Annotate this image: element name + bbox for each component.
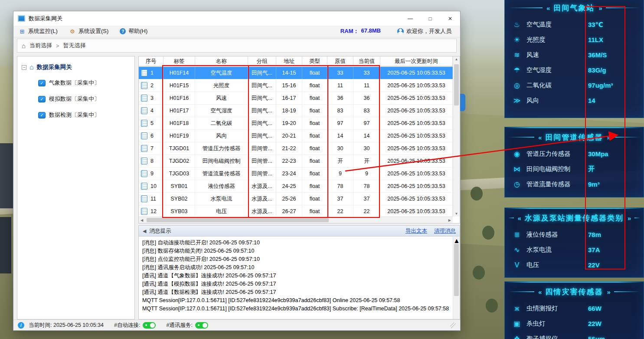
table-row[interactable]: 11 SYB02 水泵电流 水源及... 25-26 float 37 37 2… xyxy=(139,193,453,205)
cell-raw-value: 22 xyxy=(327,205,353,217)
sensor-label: 田间电磁阀控制 xyxy=(526,165,584,173)
cell-type: float xyxy=(302,117,327,129)
sensor-label: 风速 xyxy=(526,51,584,59)
spore-catcher-icon: ❖ xyxy=(512,335,522,339)
cell-group: 水源及... xyxy=(248,205,276,217)
maximize-button[interactable]: □ xyxy=(420,11,440,26)
cell-current-value: 11 xyxy=(353,79,380,92)
column-header[interactable]: 类型 xyxy=(302,56,327,66)
panel-header: « 四情灾害传感器 » xyxy=(505,284,644,299)
column-header[interactable]: 序号 xyxy=(139,56,163,66)
cell-index: 1 xyxy=(139,67,163,79)
background-tree xyxy=(473,266,485,280)
channel-check-icon: ✓ xyxy=(38,112,46,118)
scroll-down-icon[interactable]: ▼ xyxy=(453,212,460,216)
scroll-up-icon[interactable]: ▲ xyxy=(453,237,460,244)
cell-group: 田间气... xyxy=(248,79,276,92)
menu-item[interactable]: ⊞ 系统监控(L) xyxy=(19,27,58,35)
cell-index: 8 xyxy=(139,155,163,167)
breadcrumb-selection: 暂无选择 xyxy=(63,42,86,49)
menu-item-label: 系统监控(L) xyxy=(28,27,58,35)
cell-current-value: 22 xyxy=(353,205,380,217)
column-header[interactable]: 地址 xyxy=(276,56,302,66)
minimize-button[interactable]: — xyxy=(400,11,420,26)
cell-current-value: 30 xyxy=(353,142,380,155)
comm-service-toggle[interactable] xyxy=(195,322,208,329)
panel-title: 田间管道传感器 xyxy=(546,132,603,142)
home-icon[interactable]: ⌂ xyxy=(22,42,26,49)
cell-index: 11 xyxy=(139,193,163,205)
menu-right: RAM： 67.8MB 欢迎你，开发人员 xyxy=(340,27,455,35)
menu-item[interactable]: ? 帮助(H) xyxy=(120,27,147,35)
breadcrumb: ⌂ 当前选择 > 暂无选择 xyxy=(17,39,457,53)
auto-connect-toggle[interactable] xyxy=(143,322,156,329)
table-row[interactable]: 6 H01F19 风向 田间气... 20-21 float 14 14 202… xyxy=(139,130,453,142)
panel-title: 田间气象站 xyxy=(554,3,595,13)
table-row[interactable]: 9 TJGD03 管道流量传感器 田间管... 23-24 float 9 9 … xyxy=(139,168,453,180)
column-header[interactable]: 名称 xyxy=(195,56,248,66)
device-tree-panel: − ⌂ 数据采集网关 ✓ 气象数据〔采集中〕 ✓ 模拟数据〔采集中〕 ✓ 数据检… xyxy=(17,56,135,319)
table-row[interactable]: 3 H01F16 风速 田间气... 16-17 float 36 36 202… xyxy=(139,92,453,105)
column-header[interactable]: 原值 xyxy=(327,56,353,66)
sensor-label: 光照度 xyxy=(526,36,584,44)
column-header[interactable]: 最后一次更新时间 xyxy=(380,56,453,66)
column-header[interactable]: 标签 xyxy=(163,56,195,66)
cell-tag: SYB03 xyxy=(163,205,195,217)
table-row[interactable]: 5 H01F18 二氧化碳 田间气... 19-20 float 97 97 2… xyxy=(139,117,453,130)
table-row[interactable]: 2 H01F15 光照度 田间气... 15-16 float 11 11 20… xyxy=(139,79,453,92)
sensor-label: 二氧化碳 xyxy=(526,81,584,89)
menu-item[interactable]: ⚙ 系统设置(S) xyxy=(69,27,108,35)
message-panel-header: ◀ 消息提示 导出文本 清理消息 xyxy=(139,226,460,237)
cell-index: 12 xyxy=(139,205,163,217)
close-button[interactable]: ✕ xyxy=(440,11,460,26)
tree-item-channel[interactable]: ✓ 气象数据〔采集中〕 xyxy=(38,79,134,87)
sensor-label: 孢子捕捉仪 xyxy=(526,335,584,339)
table-row[interactable]: 8 TJGD02 田间电磁阀控制 田间管... 22-23 float 开 开 … xyxy=(139,155,453,168)
sensor-value: 37A xyxy=(588,246,637,253)
table-row[interactable]: 10 SYB01 液位传感器 水源及... 24-25 float 78 78 … xyxy=(139,180,453,193)
message-scrollbar[interactable]: ▲ ▼ xyxy=(453,237,460,319)
table-row[interactable]: 4 H01F17 空气湿度 田间气... 18-19 float 83 83 2… xyxy=(139,105,453,117)
point-icon xyxy=(141,145,147,152)
insect-killer-lamp-icon: ▣ xyxy=(512,319,522,328)
scroll-left-icon[interactable]: ◀ xyxy=(141,218,143,222)
resize-grip[interactable] xyxy=(450,323,456,328)
cell-address: 26-27 xyxy=(276,205,302,217)
help-icon: ? xyxy=(120,28,126,34)
export-text-link[interactable]: 导出文本 xyxy=(405,227,427,235)
sensor-value: 30Mpa xyxy=(588,150,637,158)
cell-tag: SYB02 xyxy=(163,193,195,205)
column-header[interactable]: 分组 xyxy=(248,56,276,66)
sensor-row: ◎ 二氧化碳 97ug/m³ xyxy=(505,78,644,93)
tree-item-channel[interactable]: ✓ 模拟数据〔采集中〕 xyxy=(38,95,134,103)
clear-messages-link[interactable]: 清理消息 xyxy=(434,227,456,235)
scrollbar-thumb[interactable] xyxy=(454,244,459,296)
cell-update-time: 2025-06-25 10:05:33.53 xyxy=(380,205,453,217)
table-horizontal-scrollbar[interactable]: ◀ ▶ xyxy=(139,217,453,223)
message-log[interactable]: [消息] 自动连接功能已开启! 2025-06-25 09:57:10[消息] … xyxy=(139,237,453,319)
collapsed-panel-tab[interactable] xyxy=(460,94,465,111)
cell-tag: H01F19 xyxy=(163,130,195,142)
table-vertical-scrollbar[interactable]: ▲ ▼ xyxy=(453,56,460,217)
scrollbar-thumb[interactable] xyxy=(454,64,459,105)
column-header[interactable]: 当前值 xyxy=(353,56,380,66)
table-row[interactable]: 7 TJGD01 管道压力传感器 田间管... 21-22 float 30 3… xyxy=(139,142,453,155)
scroll-right-icon[interactable]: ▶ xyxy=(448,218,451,222)
table-row[interactable]: 12 SYB03 电压 水源及... 26-27 float 22 22 202… xyxy=(139,205,453,217)
cell-name: 电压 xyxy=(195,205,248,217)
speaker-icon: ◀ xyxy=(143,228,146,234)
titlebar[interactable]: 数据采集网关 — □ ✕ xyxy=(13,11,460,26)
cell-current-value: 14 xyxy=(353,130,380,142)
weather-station-panel: « 田间气象站 » ♨ 空气温度 33℃ ☀ 光照度 11LX ≋ 风速 36M… xyxy=(504,0,644,118)
sensor-value: 11LX xyxy=(588,36,637,43)
sensor-row: V 电压 22V xyxy=(505,257,644,273)
panel-header: « 田间管道传感器 » xyxy=(505,130,644,145)
table-row[interactable]: 1 H01F14 空气温度 田间气... 14-15 float 33 33 2… xyxy=(139,67,453,79)
tree-root-node[interactable]: − ⌂ 数据采集网关 xyxy=(17,61,134,74)
scroll-up-icon[interactable]: ▲ xyxy=(453,57,460,61)
ram-value: 67.8MB xyxy=(361,27,381,35)
collapse-icon[interactable]: − xyxy=(22,65,26,70)
tree-item-channel[interactable]: ✓ 数据检测〔采集中〕 xyxy=(38,111,134,119)
liquid-level-icon: ≣ xyxy=(512,230,522,239)
scrollbar-thumb[interactable] xyxy=(147,218,329,222)
